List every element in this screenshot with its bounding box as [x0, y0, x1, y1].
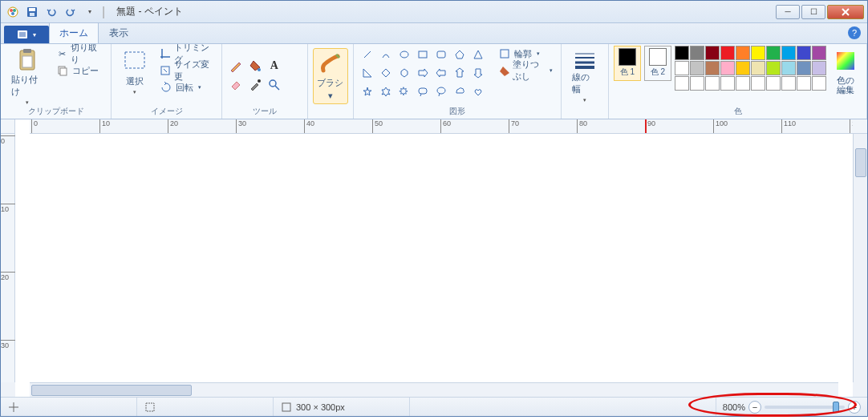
svg-rect-36	[282, 403, 290, 411]
shape-5[interactable]	[451, 46, 468, 63]
swatch-palette1-0[interactable]	[675, 46, 689, 60]
shape-9[interactable]	[395, 64, 413, 82]
save-button[interactable]	[23, 3, 41, 21]
swatch-palette3-6[interactable]	[766, 76, 781, 91]
shape-0[interactable]	[359, 46, 376, 63]
swatch-palette2-6[interactable]	[766, 61, 781, 75]
swatch-palette1-4[interactable]	[736, 46, 750, 60]
swatch-palette1-6[interactable]	[766, 46, 781, 60]
shape-3[interactable]	[414, 46, 432, 63]
resize-button[interactable]: サイズ変更	[156, 63, 216, 79]
pencil-tool[interactable]	[227, 57, 245, 75]
swatch-palette3-2[interactable]	[705, 76, 720, 91]
file-menu-button[interactable]: ▾	[4, 26, 49, 43]
swatch-palette2-0[interactable]	[675, 61, 689, 75]
swatch-palette2-8[interactable]	[797, 61, 811, 75]
maximize-button[interactable]: ☐	[801, 5, 825, 19]
ruler-horizontal: 0102030405060708090100110120	[30, 119, 853, 134]
swatch-palette1-5[interactable]	[751, 46, 765, 60]
vertical-scrollbar[interactable]	[853, 134, 867, 382]
window-title: 無題 - ペイント	[116, 5, 183, 18]
shape-19[interactable]	[451, 83, 468, 100]
swatch-palette1-3[interactable]	[720, 46, 735, 60]
stroke-width-button[interactable]: 線の幅 ▾	[566, 48, 603, 104]
shape-12[interactable]	[451, 64, 468, 82]
shape-18[interactable]	[432, 83, 450, 100]
group-tools: A ツール	[222, 44, 308, 119]
shape-1[interactable]	[377, 46, 395, 63]
status-selection-size	[137, 398, 274, 416]
paste-button[interactable]: 貼り付け ▾	[6, 46, 50, 102]
color1-button[interactable]: 色 1	[614, 46, 641, 81]
swatch-palette2-4[interactable]	[736, 61, 750, 75]
ribbon-tabs: ▾ ホーム 表示 ?	[1, 23, 867, 44]
magnifier-tool[interactable]	[266, 76, 283, 94]
picker-tool[interactable]	[246, 76, 264, 94]
tab-home[interactable]: ホーム	[49, 22, 99, 43]
undo-button[interactable]	[43, 3, 60, 21]
eraser-tool[interactable]	[227, 76, 245, 94]
shape-13[interactable]	[469, 64, 487, 82]
swatch-palette2-1[interactable]	[690, 61, 704, 75]
shape-7[interactable]	[359, 64, 376, 82]
fill-tool[interactable]	[246, 57, 264, 75]
swatch-palette2-2[interactable]	[705, 61, 720, 75]
swatch-palette2-5[interactable]	[751, 61, 765, 75]
swatch-palette3-1[interactable]	[690, 76, 704, 91]
svg-point-3	[11, 12, 14, 15]
tab-view[interactable]: 表示	[99, 22, 139, 43]
edit-colors-button[interactable]: 色の 編集	[829, 46, 862, 102]
swatch-palette1-2[interactable]	[705, 46, 720, 60]
qat-dropdown[interactable]: ▾	[81, 3, 99, 21]
zoom-in-button[interactable]: +	[848, 401, 861, 414]
shape-4[interactable]	[432, 46, 450, 63]
svg-rect-35	[146, 403, 154, 411]
swatch-palette2-9[interactable]	[812, 61, 826, 75]
shape-20[interactable]	[469, 83, 487, 100]
group-image: 選択 ▾ トリミング サイズ変更 回転▾ イメージ	[112, 44, 221, 119]
shape-17[interactable]	[414, 83, 432, 100]
swatch-palette3-7[interactable]	[781, 76, 796, 91]
shape-6[interactable]	[469, 46, 487, 63]
shape-10[interactable]	[414, 64, 432, 82]
swatch-palette1-9[interactable]	[812, 46, 826, 60]
shape-15[interactable]	[377, 83, 395, 100]
svg-point-19	[258, 79, 261, 83]
redo-button[interactable]	[62, 3, 79, 21]
zoom-slider[interactable]	[765, 406, 845, 409]
swatch-palette3-8[interactable]	[797, 76, 811, 91]
cut-button[interactable]: ✂切り取り	[53, 46, 107, 62]
horizontal-scrollbar[interactable]	[30, 382, 838, 397]
text-tool[interactable]: A	[266, 57, 283, 75]
svg-point-26	[437, 87, 445, 94]
close-button[interactable]	[827, 5, 864, 19]
zoom-out-button[interactable]: −	[748, 401, 761, 414]
brush-button[interactable]: ブラシ ▾	[313, 48, 348, 104]
swatch-palette3-5[interactable]	[751, 76, 765, 91]
shape-14[interactable]	[359, 83, 376, 100]
swatch-palette1-8[interactable]	[797, 46, 811, 60]
shape-8[interactable]	[377, 64, 395, 82]
app-icon	[4, 3, 22, 21]
minimize-button[interactable]: ─	[776, 5, 800, 19]
selection-icon	[145, 402, 155, 412]
swatch-palette3-9[interactable]	[812, 76, 826, 91]
select-button[interactable]: 選択 ▾	[116, 46, 153, 102]
canvas[interactable]	[15, 134, 853, 382]
shape-fill-button[interactable]: 塗りつぶし▾	[495, 63, 556, 79]
shape-16[interactable]	[395, 83, 413, 100]
swatch-palette2-3[interactable]	[720, 61, 735, 75]
swatch-palette3-4[interactable]	[736, 76, 750, 91]
rotate-button[interactable]: 回転▾	[156, 79, 216, 95]
help-button[interactable]: ?	[848, 26, 861, 39]
color2-button[interactable]: 色 2	[644, 46, 671, 81]
swatch-palette1-1[interactable]	[690, 46, 704, 60]
swatch-palette3-0[interactable]	[675, 76, 689, 91]
swatch-palette2-7[interactable]	[781, 61, 796, 75]
swatch-palette1-7[interactable]	[781, 46, 796, 60]
shape-2[interactable]	[395, 46, 413, 63]
svg-rect-13	[22, 56, 32, 67]
copy-button[interactable]: コピー	[53, 63, 107, 79]
swatch-palette3-3[interactable]	[720, 76, 735, 91]
shape-11[interactable]	[432, 64, 450, 82]
